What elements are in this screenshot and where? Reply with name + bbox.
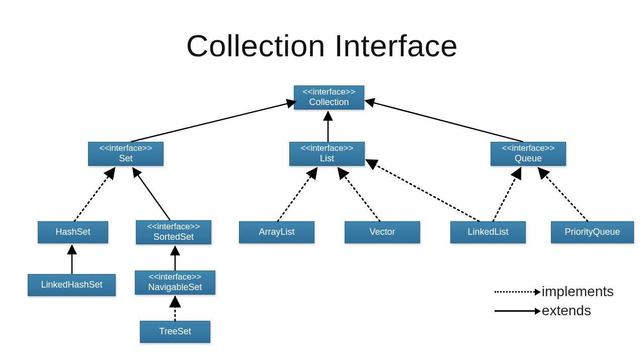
edge-queue-collection [365,101,523,142]
node-label: Collection [297,97,361,108]
edge-sortedset-set [133,168,170,220]
stereotype-label: <<interface>> [297,87,361,97]
node-priorityqueue: PriorityQueue [551,221,634,243]
stereotype-label: <<interface>> [139,222,208,232]
legend-row-implements: implements [495,284,614,300]
node-label: LinkedHashSet [31,280,112,291]
diagram-stage: Collection Interface <<interface>> Colle… [0,0,644,362]
node-label: SortedSet [139,232,208,243]
node-collection: <<interface>> Collection [294,85,364,110]
node-label: Queue [494,153,562,164]
edge-linkedlist-list [366,160,479,221]
page-title: Collection Interface [0,28,644,63]
legend-row-extends: extends [495,303,614,319]
edge-hashset-set [74,168,115,221]
node-sortedset: <<interface>> SortedSet [136,220,211,244]
stereotype-label: <<interface>> [138,272,212,282]
node-label: Set [92,153,160,164]
node-linkedlist: LinkedList [450,221,526,243]
node-label: LinkedList [454,227,522,238]
edge-linkedlist-queue [493,168,521,221]
node-label: PriorityQueue [554,227,630,238]
node-label: TreeSet [143,326,207,337]
node-label: HashSet [41,227,105,238]
node-arraylist: ArrayList [239,221,314,243]
node-label: NavigableSet [138,282,212,293]
legend-label: extends [542,303,591,319]
node-hashset: HashSet [38,221,108,243]
edge-priorityqueue-queue [538,168,588,221]
edge-arraylist-list [278,168,317,221]
legend-line-solid-icon [495,310,535,312]
node-treeset: TreeSet [140,321,210,343]
stereotype-label: <<interface>> [92,143,160,153]
edge-vector-list [338,168,380,221]
node-label: Vector [348,227,417,238]
node-label: ArrayList [243,227,311,238]
node-navigableset: <<interface>> NavigableSet [135,270,215,295]
node-set: <<interface>> Set [88,142,164,166]
node-list: <<interface>> List [289,142,365,166]
legend-label: implements [542,284,614,300]
stereotype-label: <<interface>> [293,143,361,153]
node-linkedhashset: LinkedHashSet [28,274,116,296]
legend: implements extends [495,281,614,322]
node-queue: <<interface>> Queue [491,142,566,166]
node-vector: Vector [345,221,420,243]
node-label: List [293,153,361,164]
stereotype-label: <<interface>> [494,143,562,153]
legend-line-dashed-icon [495,291,535,293]
edge-set-collection [131,102,296,142]
